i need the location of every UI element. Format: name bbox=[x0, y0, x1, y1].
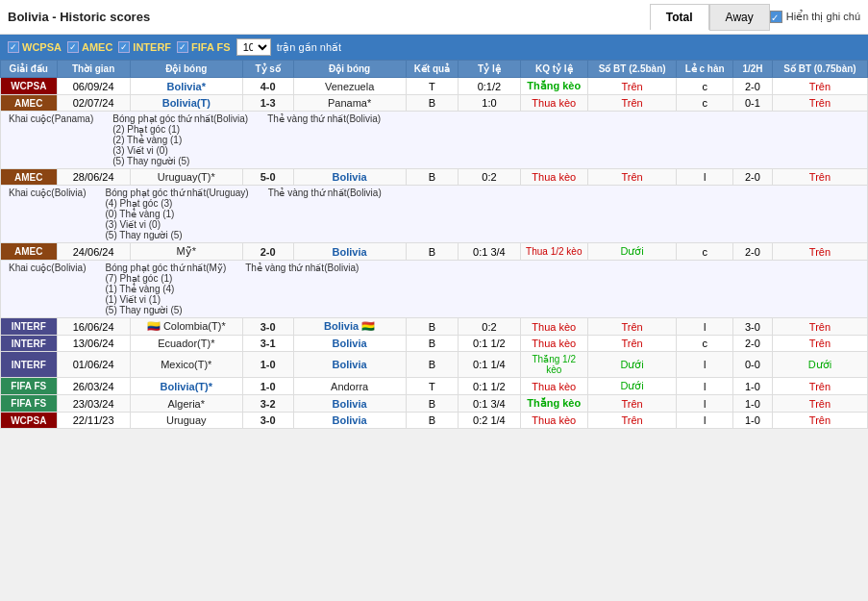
show-notes-label: Hiển thị ghi chú bbox=[786, 11, 860, 23]
league-cell: INTERF bbox=[1, 318, 58, 336]
detail-row: Khai cuộc(Bolivia) Bóng phạt góc thứ nhấ… bbox=[1, 186, 868, 243]
score-cell: 3-0 bbox=[242, 318, 293, 336]
col-header-sobt25: Số BT (2.5bàn) bbox=[587, 61, 676, 78]
kq-ratio-cell: Thua kèo bbox=[520, 318, 587, 336]
sobt25-cell: Trên bbox=[587, 169, 676, 186]
result-cell: B bbox=[406, 336, 459, 352]
col-header-ratio: Tỷ lệ bbox=[459, 61, 520, 78]
show-notes-toggle[interactable]: ✓ Hiển thị ghi chú bbox=[770, 11, 860, 23]
show-notes-checkbox[interactable]: ✓ bbox=[770, 11, 782, 23]
date-cell: 26/03/24 bbox=[57, 378, 130, 395]
table-row: INTERF 01/06/24 Mexico(T)* 1-0 Bolivia B… bbox=[1, 352, 868, 378]
league-cell: FIFA FS bbox=[1, 395, 58, 413]
league-cell: AMEC bbox=[1, 243, 58, 261]
filter-label-amec: AMEC bbox=[82, 41, 112, 53]
lec-cell: l bbox=[677, 352, 733, 378]
date-cell: 24/06/24 bbox=[57, 243, 130, 261]
detail-col2: Bóng phạt góc thứ nhất(Bolivia)(2) Phạt … bbox=[112, 113, 248, 166]
away-team-cell: Bolivia bbox=[293, 413, 406, 429]
filter-check-interf[interactable]: ✓ INTERF bbox=[118, 41, 171, 53]
col-header-away: Đội bóng bbox=[293, 61, 406, 78]
away-team-cell: Bolivia bbox=[293, 243, 406, 261]
sobt25-cell: Trên bbox=[587, 318, 676, 336]
page-title: Bolivia - Historic scores bbox=[8, 10, 650, 24]
score-cell: 5-0 bbox=[242, 169, 293, 186]
away-team-cell: Bolivia bbox=[293, 169, 406, 186]
home-team-cell: Uruguay(T)* bbox=[130, 169, 242, 186]
tab-total[interactable]: Total bbox=[650, 4, 709, 30]
lec-cell: l bbox=[677, 169, 733, 186]
kq-ratio-cell: Thua kèo bbox=[520, 169, 587, 186]
result-cell: B bbox=[406, 395, 459, 413]
col-header-sobt075: Số BT (0.75bàn) bbox=[772, 61, 867, 78]
detail-col1: Khai cuộc(Bolivia) bbox=[9, 263, 86, 315]
sobt25-cell: Trên bbox=[587, 78, 676, 95]
away-team-cell: Bolivia bbox=[293, 336, 406, 352]
lec-cell: l bbox=[677, 413, 733, 429]
table-row: AMEC 02/07/24 Bolivia(T) 1-3 Panama* B 1… bbox=[1, 95, 868, 112]
count-select[interactable]: 10 15 20 bbox=[236, 38, 271, 56]
league-cell: INTERF bbox=[1, 336, 58, 352]
score-cell: 1-0 bbox=[242, 378, 293, 395]
result-cell: B bbox=[406, 243, 459, 261]
sobt25-cell: Trên bbox=[587, 413, 676, 429]
result-cell: B bbox=[406, 318, 459, 336]
detail-col3: Thẻ vàng thứ nhất(Bolivia) bbox=[268, 188, 382, 240]
result-cell: B bbox=[406, 352, 459, 378]
lec-cell: c bbox=[677, 95, 733, 112]
kq-ratio-cell: Thua kèo bbox=[520, 378, 587, 395]
league-cell: WCPSA bbox=[1, 78, 58, 95]
detail-row: Khai cuộc(Panama) Bóng phạt góc thứ nhất… bbox=[1, 112, 868, 169]
sobt075-cell: Trên bbox=[772, 378, 867, 395]
filter-check-fifafs[interactable]: ✓ FIFA FS bbox=[177, 41, 231, 53]
ratio-cell: 0:1 1/2 bbox=[459, 378, 520, 395]
ratio-cell: 0:1/2 bbox=[459, 78, 520, 95]
detail-col2: Bóng phạt góc thứ nhất(Mỹ)(7) Phạt góc (… bbox=[105, 263, 226, 315]
league-cell: INTERF bbox=[1, 352, 58, 378]
sobt25-cell: Trên bbox=[587, 395, 676, 413]
col-header-kqratio: KQ tỷ lệ bbox=[520, 61, 587, 78]
away-team-cell: Bolivia 🇧🇴 bbox=[293, 318, 406, 336]
away-team-cell: Andorra bbox=[293, 378, 406, 395]
detail-col2: Bóng phạt góc thứ nhất(Uruguay)(4) Phạt … bbox=[105, 188, 248, 240]
sobt075-cell: Trên bbox=[772, 243, 867, 261]
table-row: AMEC 28/06/24 Uruguay(T)* 5-0 Bolivia B … bbox=[1, 169, 868, 186]
filter-check-amec[interactable]: ✓ AMEC bbox=[67, 41, 112, 53]
half1-cell: 3-0 bbox=[732, 318, 772, 336]
ratio-cell: 0:2 1/4 bbox=[459, 413, 520, 429]
col-header-date: Thời gian bbox=[57, 61, 130, 78]
score-cell: 4-0 bbox=[242, 78, 293, 95]
result-cell: B bbox=[406, 169, 459, 186]
away-team-cell: Bolivia bbox=[293, 352, 406, 378]
home-team-cell: Uruguay bbox=[130, 413, 242, 429]
sobt075-cell: Trên bbox=[772, 395, 867, 413]
kq-ratio-cell: Thắng kèo bbox=[520, 78, 587, 95]
date-cell: 16/06/24 bbox=[57, 318, 130, 336]
league-cell: FIFA FS bbox=[1, 378, 58, 395]
kq-ratio-cell: Thắng 1/2 kèo bbox=[520, 352, 587, 378]
table-row: WCPSA 06/09/24 Bolivia* 4-0 Venezuela T … bbox=[1, 78, 868, 95]
result-cell: B bbox=[406, 413, 459, 429]
ratio-cell: 0:1 1/2 bbox=[459, 336, 520, 352]
home-team-cell: Algeria* bbox=[130, 395, 242, 413]
sobt075-cell: Trên bbox=[772, 95, 867, 112]
away-team-cell: Venezuela bbox=[293, 78, 406, 95]
home-team-cell: Mexico(T)* bbox=[130, 352, 242, 378]
home-team-cell: Ecuador(T)* bbox=[130, 336, 242, 352]
col-header-home: Đội bóng bbox=[130, 61, 242, 78]
half1-cell: 2-0 bbox=[732, 243, 772, 261]
date-cell: 02/07/24 bbox=[57, 95, 130, 112]
score-cell: 2-0 bbox=[242, 243, 293, 261]
header-bar: Bolivia - Historic scores Total Away ✓ H… bbox=[0, 0, 868, 35]
ratio-cell: 1:0 bbox=[459, 95, 520, 112]
sobt25-cell: Trên bbox=[587, 95, 676, 112]
score-cell: 3-2 bbox=[242, 395, 293, 413]
tab-away[interactable]: Away bbox=[709, 4, 770, 31]
filter-bar: ✓ WCPSA ✓ AMEC ✓ INTERF ✓ FIFA FS 10 15 … bbox=[0, 35, 868, 60]
lec-cell: l bbox=[677, 318, 733, 336]
filter-check-wcpsa[interactable]: ✓ WCPSA bbox=[8, 41, 62, 53]
kq-ratio-cell: Thua kèo bbox=[520, 413, 587, 429]
half1-cell: 1-0 bbox=[732, 413, 772, 429]
score-cell: 3-0 bbox=[242, 413, 293, 429]
sobt25-cell: Dưới bbox=[587, 352, 676, 378]
